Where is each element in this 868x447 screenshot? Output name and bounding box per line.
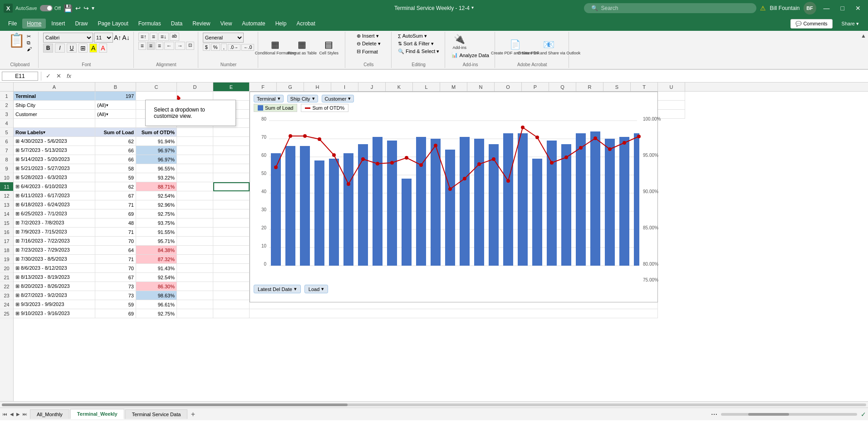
cell-B13[interactable]: 71 (95, 200, 136, 209)
cell-A18[interactable]: ⊞ 7/23/2023 - 7/29/2023 (14, 246, 95, 255)
ship-city-filter-button[interactable]: Ship City ▾ (287, 95, 318, 102)
close-button[interactable]: ✕ (852, 5, 864, 12)
row-num-1[interactable]: 1 (0, 92, 13, 101)
cell-D1[interactable]: ➜ (177, 92, 213, 101)
menu-help[interactable]: Help (271, 19, 291, 29)
col-header-E[interactable]: E (213, 83, 250, 91)
cell-C15[interactable]: 93.75% (136, 219, 177, 228)
cell-B11[interactable]: 62 (95, 182, 136, 191)
row-num-18[interactable]: 18 (0, 246, 13, 255)
align-middle-icon[interactable]: ≡ (150, 33, 157, 41)
sort-filter-button[interactable]: ⇅Sort & Filter ▾ (396, 40, 436, 47)
tab-all-monthly[interactable]: All_Monthly (30, 409, 69, 419)
terminal-filter-button[interactable]: Terminal ▾ (254, 95, 284, 102)
cell-B24[interactable]: 59 (95, 300, 136, 309)
col-header-A[interactable]: A (14, 83, 95, 91)
conditional-formatting-button[interactable]: ▦ Conditional Formatting (263, 38, 288, 56)
col-header-G[interactable]: G (277, 83, 304, 91)
cell-A5[interactable]: Row Labels ▾ (14, 128, 95, 137)
horizontal-scrollbar[interactable] (0, 401, 868, 408)
col-header-S[interactable]: S (603, 83, 631, 91)
row-num-19[interactable]: 19 (0, 255, 13, 264)
cell-E5[interactable] (213, 128, 250, 137)
name-box[interactable] (2, 72, 38, 81)
cell-C21[interactable]: 92.54% (136, 273, 177, 282)
row-labels-filter-icon[interactable]: ▾ (43, 130, 45, 135)
load-filter-button[interactable]: Load ▾ (304, 285, 328, 293)
col-header-J[interactable]: J (358, 83, 386, 91)
cell-A21[interactable]: ⊞ 8/13/2023 - 8/19/2023 (14, 273, 95, 282)
col-header-L[interactable]: L (413, 83, 440, 91)
row-num-14[interactable]: 14 (0, 209, 13, 219)
cell-C23[interactable]: 98.63% (136, 291, 177, 300)
addins-button[interactable]: 🔌 Add-ins (450, 33, 469, 51)
align-right-icon[interactable]: ≡ (156, 42, 163, 50)
customer-filter-button[interactable]: Customer ▾ (322, 95, 354, 102)
search-input[interactable] (601, 5, 728, 11)
prev-sheet-button[interactable]: ◀ (9, 411, 15, 418)
align-left-icon[interactable]: ≡ (138, 42, 146, 50)
cell-A10[interactable]: ⊞ 5/28/2023 - 6/3/2023 (14, 173, 95, 182)
cell-B14[interactable]: 69 (95, 209, 136, 219)
comments-button[interactable]: 💬 Comments (790, 19, 832, 29)
tab-terminal-service-data[interactable]: Terminal Service Data (125, 409, 188, 419)
save-icon[interactable]: 💾 (64, 4, 73, 13)
increase-decimal-button[interactable]: .0→ (228, 44, 240, 51)
align-top-icon[interactable]: ≡↑ (138, 33, 149, 41)
col-header-N[interactable]: N (467, 83, 495, 91)
row-num-23[interactable]: 23 (0, 291, 13, 300)
copy-icon[interactable]: ⧉ (27, 40, 32, 46)
cell-A25[interactable]: ⊞ 9/10/2023 - 9/16/2023 (14, 309, 95, 318)
cell-A12[interactable]: ⊞ 6/11/2023 - 6/17/2023 (14, 191, 95, 200)
cell-C8[interactable]: 96.97% (136, 155, 177, 164)
sheet-options-icon[interactable]: ⋯ (711, 411, 717, 418)
menu-insert[interactable]: Insert (47, 19, 69, 29)
col-header-D[interactable]: D (177, 83, 213, 91)
row-num-24[interactable]: 24 (0, 300, 13, 309)
autosave-toggle[interactable]: Off (40, 5, 61, 11)
user-avatar[interactable]: BF (804, 2, 816, 15)
underline-button[interactable]: U (67, 44, 77, 53)
currency-button[interactable]: $ (203, 44, 210, 51)
number-format-select[interactable]: General (203, 33, 244, 43)
increase-font-icon[interactable]: A↑ (114, 34, 121, 41)
cell-C6[interactable]: 91.94% (136, 137, 177, 146)
cell-B19[interactable]: 71 (95, 255, 136, 264)
row-num-2[interactable]: 2 (0, 101, 13, 110)
row-num-16[interactable]: 16 (0, 228, 13, 237)
row-num-3[interactable]: 3 (0, 110, 13, 119)
undo-icon[interactable]: ↩ (75, 5, 81, 12)
cell-A11[interactable]: ⊞ 6/4/2023 - 6/10/2023 (14, 182, 95, 191)
cell-B17[interactable]: 70 (95, 237, 136, 246)
cell-C19[interactable]: 87.32% (136, 255, 177, 264)
col-header-B[interactable]: B (95, 83, 136, 91)
row-num-8[interactable]: 8 (0, 155, 13, 164)
cell-B23[interactable]: 73 (95, 291, 136, 300)
cell-A4[interactable] (14, 119, 95, 128)
cell-B8[interactable]: 66 (95, 155, 136, 164)
sum-of-otd-legend[interactable]: Sum of OTD% (301, 104, 348, 112)
col-header-H[interactable]: H (304, 83, 331, 91)
h-scrollbar-thumb[interactable] (2, 403, 348, 406)
cell-B6[interactable]: 62 (95, 137, 136, 146)
col-header-M[interactable]: M (440, 83, 467, 91)
decrease-decimal-button[interactable]: ←.0 (241, 44, 254, 51)
row-num-25[interactable]: 25 (0, 309, 13, 318)
row-num-10[interactable]: 10 (0, 173, 13, 182)
analyze-data-button[interactable]: 📊Analyze Data (450, 52, 490, 58)
cell-A14[interactable]: ⊞ 6/25/2023 - 7/1/2023 (14, 209, 95, 219)
cell-C12[interactable]: 92.54% (136, 191, 177, 200)
format-as-table-button[interactable]: ▦ Format as Table (289, 38, 314, 56)
cell-B2[interactable]: (All) ▾ (95, 101, 136, 110)
row-num-7[interactable]: 7 (0, 146, 13, 155)
row-num-20[interactable]: 20 (0, 264, 13, 273)
menu-page-layout[interactable]: Page Layout (93, 19, 132, 29)
menu-automate[interactable]: Automate (237, 19, 270, 29)
col-header-R[interactable]: R (576, 83, 603, 91)
row-num-6[interactable]: 6 (0, 137, 13, 146)
row-num-4[interactable]: 4 (0, 119, 13, 128)
cell-styles-button[interactable]: ▤ Cell Styles (316, 38, 341, 56)
share-pdf-button[interactable]: 📧 Create PDF and Share via Outlook (533, 38, 565, 56)
merge-center-button[interactable]: ⊡ (186, 42, 194, 50)
cell-C20[interactable]: 91.43% (136, 264, 177, 273)
